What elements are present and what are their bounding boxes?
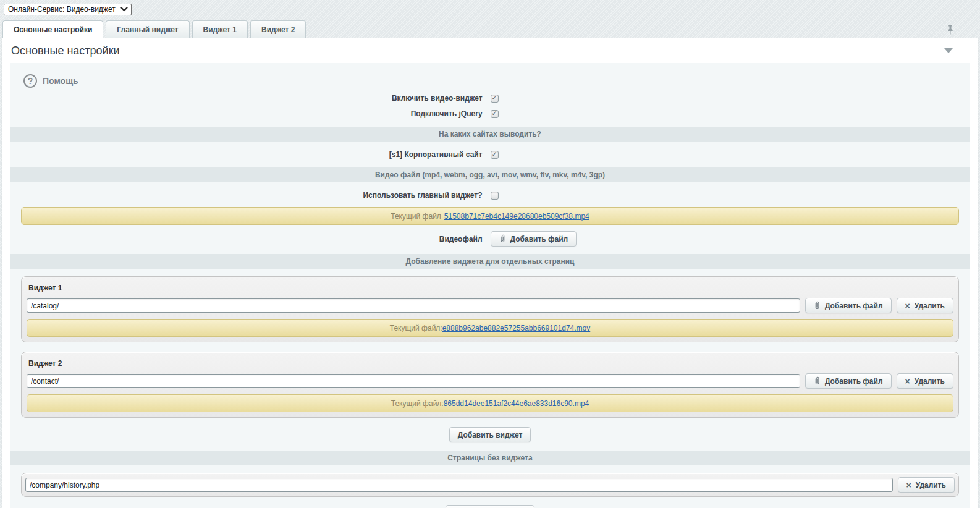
add-file-button-label: Добавить файл [510,235,568,243]
page-path-input[interactable] [25,478,893,492]
widget-1-title: Виджет 1 [28,284,953,292]
widget-1-row: Добавить файл × Удалить [27,298,953,313]
tab-label: Виджет 2 [261,25,295,34]
tab-label: Виджет 1 [203,25,237,34]
enable-widget-checkbox[interactable] [491,95,499,103]
widget-2-title: Виджет 2 [28,359,953,368]
include-jquery-checkbox[interactable] [491,110,499,118]
include-jquery-label: Подключить jQuery [10,109,483,118]
paperclip-icon [499,234,506,243]
delete-button-label: Удалить [915,377,945,386]
current-file-link[interactable]: 51508b71c7eb4c149e28680eb509cf38.mp4 [444,212,589,221]
add-file-button-label: Добавить файл [825,302,883,310]
help-icon: ? [23,74,37,88]
tab-label: Главный виджет [117,25,178,34]
add-file-button-label: Добавить файл [825,377,883,386]
video-file-label: Видеофайл [10,235,483,243]
widget-1-file-link[interactable]: e888b962abe882e57255abb669101d74.mov [442,324,591,332]
service-select[interactable]: Онлайн-Сервис: Видео-виджет [4,4,132,15]
video-file-row: Видеофайл Добавить файл [10,231,970,247]
enable-widget-label: Включить видео-виджет [10,94,483,103]
site-s1-checkbox[interactable] [491,151,499,159]
section-video-file-header: Видео файл (mp4, webm, ogg, avi, mov, wm… [10,167,970,182]
tab-main-settings[interactable]: Основные настройки [2,20,103,38]
x-icon: × [905,377,910,386]
pages-box: × Удалить [21,473,959,497]
tabs: Основные настройки Главный виджет Виджет… [0,20,980,38]
add-widget-button[interactable]: Добавить виджет [449,427,531,442]
widget-1-path-input[interactable] [27,298,800,313]
widget-box-2: Виджет 2 Добавить файл × Удалить Текущий… [21,352,959,418]
tab-label: Основные настройки [14,25,92,34]
settings-panel: Основные настройки ? Помощь Включить вид… [2,38,978,508]
widget-2-row: Добавить файл × Удалить [27,373,953,389]
widget-2-delete-button[interactable]: × Удалить [897,373,953,389]
help-link[interactable]: ? Помощь [23,74,78,88]
widget-1-add-file-button[interactable]: Добавить файл [805,298,892,313]
paperclip-icon [814,376,821,386]
tab-widget-1[interactable]: Виджет 1 [192,20,248,38]
use-main-widget-row: Использовать главный виджет? [10,190,970,201]
widget-2-path-input[interactable] [27,374,800,388]
topbar: Онлайн-Сервис: Видео-виджет [0,0,980,14]
collapse-arrow-icon[interactable] [944,48,953,53]
panel-header: Основные настройки [2,38,978,63]
section-widgets-header: Добавление виджета для отдельных страниц [10,254,970,269]
x-icon: × [906,481,911,489]
widget-1-delete-button[interactable]: × Удалить [897,298,953,313]
current-file-note: Текущий файл 51508b71c7eb4c149e28680eb50… [21,207,959,225]
current-file-label: Текущий файл: [390,324,442,332]
delete-button-label: Удалить [915,302,945,310]
x-icon: × [905,302,910,310]
add-widget-row: Добавить виджет [10,427,970,442]
site-s1-label: [s1] Корпоративный сайт [10,150,483,159]
service-select-value: Онлайн-Сервис: Видео-виджет [8,5,116,14]
enable-widget-row: Включить видео-виджет [10,93,970,104]
widget-2-file-link[interactable]: 865dd14dee151af2c44e6ae833d16c90.mp4 [444,399,589,408]
chevron-down-icon [120,7,128,12]
tab-main-widget[interactable]: Главный виджет [106,20,189,38]
add-page-row: Добавить страницу [10,505,970,508]
add-file-button[interactable]: Добавить файл [491,231,577,247]
section-sites-header: На каких сайтах выводить? [10,127,970,142]
widget-2-current-file-note: Текущий файл: 865dd14dee151af2c44e6ae833… [27,394,953,412]
current-file-label: Текущий файл: [391,399,444,408]
page-title: Основные настройки [11,44,120,57]
widget-1-current-file-note: Текущий файл: e888b962abe882e57255abb669… [27,319,953,337]
site-s1-row: [s1] Корпоративный сайт [10,149,970,160]
help-label: Помощь [43,76,78,86]
use-main-widget-label: Использовать главный виджет? [10,191,483,200]
section-pages-header: Страницы без виджета [10,451,970,465]
settings-form: ? Помощь Включить видео-виджет Подключит… [10,63,970,508]
add-widget-button-label: Добавить виджет [458,431,523,439]
tab-widget-2[interactable]: Виджет 2 [250,20,306,38]
include-jquery-row: Подключить jQuery [10,108,970,119]
page-delete-button[interactable]: × Удалить [898,477,955,493]
add-page-button[interactable]: Добавить страницу [446,505,535,508]
widget-box-1: Виджет 1 Добавить файл × Удалить Текущий… [21,276,959,342]
widget-2-add-file-button[interactable]: Добавить файл [805,373,892,389]
paperclip-icon [814,301,821,310]
current-file-label: Текущий файл [391,212,441,221]
use-main-widget-checkbox[interactable] [491,192,499,200]
delete-button-label: Удалить [916,481,946,489]
